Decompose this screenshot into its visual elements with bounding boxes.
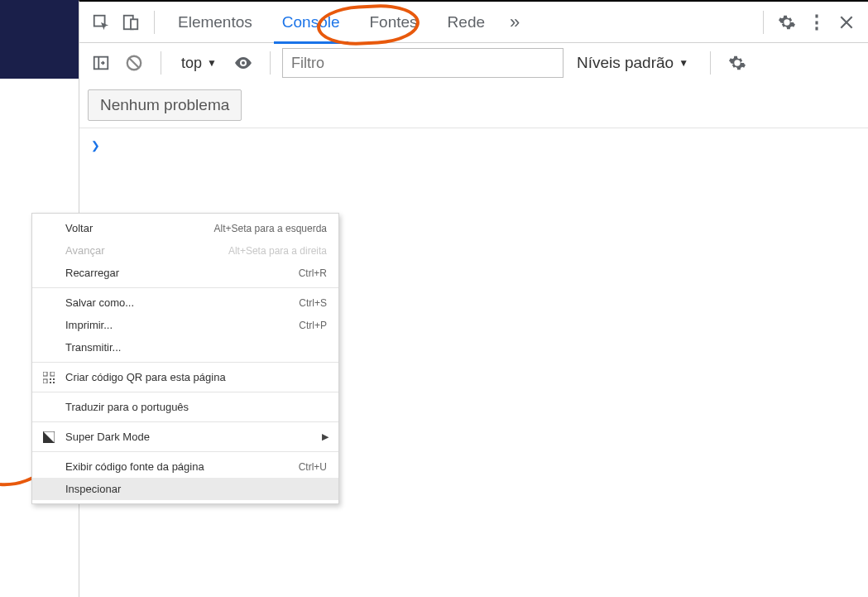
separator: [161, 51, 161, 75]
svg-rect-11: [50, 382, 51, 383]
menu-item-label: Salvar como...: [65, 296, 134, 309]
menu-item-forward: Avançar Alt+Seta para a direita: [32, 239, 338, 262]
inspect-element-icon[interactable]: [86, 7, 116, 37]
tab-console[interactable]: Console: [267, 2, 355, 43]
tab-elements[interactable]: Elementos: [163, 2, 267, 43]
page-content-strip: [0, 0, 79, 79]
menu-item-super-dark-mode[interactable]: Super Dark Mode ▶: [32, 426, 338, 448]
separator: [710, 51, 711, 75]
devtools-tabbar: Elementos Console Fontes Rede » ⋮: [79, 2, 868, 43]
close-icon[interactable]: [832, 7, 861, 37]
menu-item-label: Imprimir...: [65, 319, 113, 331]
tab-sources[interactable]: Fontes: [355, 2, 433, 43]
separator: [763, 11, 764, 34]
page-context-menu: Voltar Alt+Seta para a esquerda Avançar …: [31, 213, 339, 504]
log-levels-label: Níveis padrão: [577, 54, 674, 72]
menu-item-label: Transmitir...: [65, 341, 121, 354]
separator: [154, 11, 155, 34]
menu-item-label: Avançar: [65, 244, 104, 257]
menu-item-shortcut: Ctrl+R: [299, 267, 327, 279]
svg-rect-8: [43, 379, 47, 383]
menu-item-label: Inspecionar: [65, 483, 121, 495]
console-toolbar: top ▼ Níveis padrão ▼: [79, 43, 868, 83]
kebab-menu-icon[interactable]: ⋮: [802, 7, 832, 37]
menu-separator: [32, 287, 338, 288]
issues-badge[interactable]: Nenhum problema: [88, 89, 242, 121]
separator: [270, 51, 271, 75]
svg-rect-7: [50, 372, 55, 376]
menu-item-shortcut: Alt+Seta para a esquerda: [214, 223, 327, 234]
console-body[interactable]: ❯: [79, 128, 868, 162]
menu-separator: [32, 362, 338, 363]
menu-item-shortcut: Alt+Seta para a direita: [228, 245, 327, 257]
menu-item-view-source[interactable]: Exibir código fonte da página Ctrl+U: [32, 455, 338, 478]
settings-icon[interactable]: [772, 7, 802, 37]
menu-item-label: Recarregar: [65, 267, 119, 279]
live-expression-icon[interactable]: [228, 48, 258, 78]
execution-context-selector[interactable]: top ▼: [173, 48, 225, 78]
menu-item-inspect[interactable]: Inspecionar: [32, 478, 338, 500]
chevron-down-icon: ▼: [679, 57, 688, 69]
menu-item-reload[interactable]: Recarregar Ctrl+R: [32, 262, 338, 284]
menu-item-shortcut: Ctrl+S: [299, 297, 327, 309]
more-tabs-icon[interactable]: »: [500, 7, 530, 37]
svg-rect-9: [50, 378, 51, 380]
menu-separator: [32, 421, 338, 422]
submenu-arrow-icon: ▶: [322, 431, 328, 442]
menu-separator: [32, 451, 338, 452]
filter-input[interactable]: [282, 48, 563, 78]
extension-icon: [42, 431, 55, 444]
console-settings-icon[interactable]: [722, 48, 752, 78]
issues-row: Nenhum problema: [79, 83, 868, 128]
menu-item-print[interactable]: Imprimir... Ctrl+P: [32, 314, 338, 336]
menu-separator: [32, 392, 338, 392]
menu-item-label: Voltar: [65, 222, 93, 234]
menu-item-qr-code[interactable]: Criar código QR para esta página: [32, 366, 338, 388]
log-levels-selector[interactable]: Níveis padrão ▼: [567, 48, 698, 78]
menu-item-shortcut: Ctrl+U: [299, 461, 327, 473]
menu-item-label: Traduzir para o português: [65, 401, 189, 413]
qr-code-icon: [42, 371, 55, 384]
svg-rect-12: [53, 382, 55, 383]
menu-item-label: Super Dark Mode: [65, 431, 150, 443]
device-toolbar-icon[interactable]: [116, 7, 146, 37]
svg-point-5: [242, 61, 245, 65]
menu-item-label: Exibir código fonte da página: [65, 460, 204, 473]
menu-item-back[interactable]: Voltar Alt+Seta para a esquerda: [32, 217, 338, 239]
console-sidebar-toggle-icon[interactable]: [86, 48, 116, 78]
menu-item-cast[interactable]: Transmitir...: [32, 336, 338, 359]
menu-item-shortcut: Ctrl+P: [299, 320, 327, 331]
clear-console-icon[interactable]: [119, 48, 149, 78]
menu-item-save-as[interactable]: Salvar como... Ctrl+S: [32, 291, 338, 314]
console-prompt-icon: ❯: [91, 137, 100, 154]
menu-item-translate[interactable]: Traduzir para o português: [32, 396, 338, 418]
tab-network[interactable]: Rede: [433, 2, 500, 43]
svg-rect-10: [53, 378, 55, 380]
execution-context-label: top: [181, 55, 202, 72]
menu-item-label: Criar código QR para esta página: [65, 371, 226, 383]
svg-rect-6: [43, 372, 47, 376]
svg-rect-2: [131, 19, 137, 29]
chevron-down-icon: ▼: [207, 57, 217, 69]
